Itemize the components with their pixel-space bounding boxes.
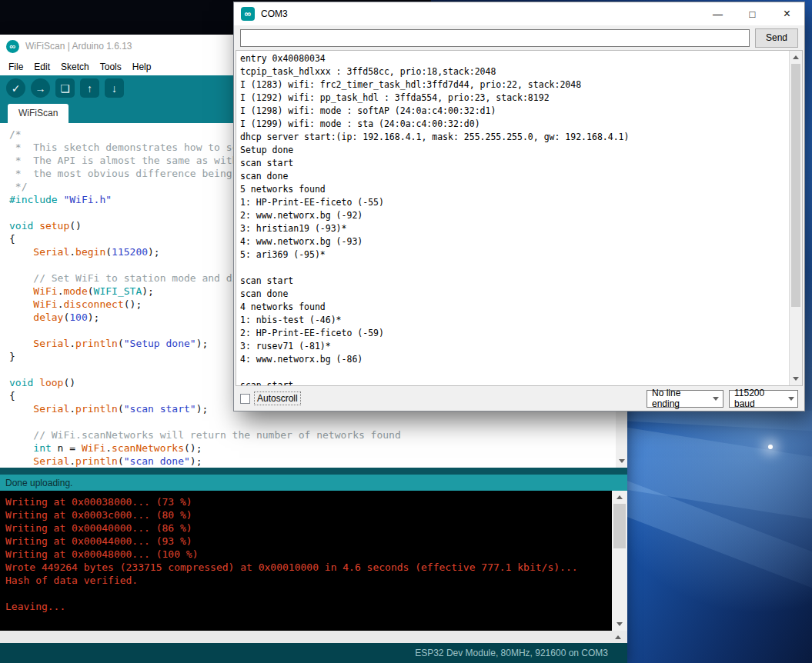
code-token: disconnect [63, 298, 123, 310]
verify-icon: ✓ [12, 82, 21, 95]
code-token [9, 429, 33, 441]
code-token: ); [190, 455, 202, 467]
code-token: } [9, 351, 15, 362]
serial-output-line: 2: HP-Print-EE-ficeto (-59) [240, 327, 787, 340]
code-token: ); [196, 403, 209, 415]
maximize-button[interactable]: □ [735, 2, 770, 25]
code-token: // WiFi.scanNetworks will return the num… [33, 429, 400, 441]
arduino-logo-icon: ∞ [6, 40, 19, 53]
code-token: { [9, 390, 15, 401]
code-token: ( [118, 403, 124, 415]
desktop: ∞ WiFiScan | Arduino 1.6.13 FileEditSket… [0, 0, 812, 663]
code-token [9, 338, 33, 349]
menu-edit[interactable]: Edit [28, 59, 55, 75]
console-scroll-down-icon[interactable] [612, 618, 627, 631]
serial-output-line: I (1283) wifi: frc2_timer_task_hdl:3ffd7… [240, 78, 787, 92]
code-token: println [75, 338, 118, 349]
code-token: ( [118, 338, 124, 349]
serial-output-line: 3: hristian19 (-93)* [240, 222, 787, 235]
serial-monitor-titlebar[interactable]: ∞ COM3 — □ × [234, 2, 804, 25]
serial-scroll-up-icon[interactable] [790, 51, 802, 64]
code-token: println [75, 403, 118, 415]
serial-output-line: 4: www.networx.bg (-86) [240, 353, 787, 366]
serial-output-line: scan start [240, 379, 787, 386]
serial-output-line: Setup done [240, 144, 787, 157]
baud-rate-select[interactable]: 115200 baud [729, 390, 798, 408]
serial-scrollbar[interactable] [789, 51, 802, 385]
code-token: 100 [69, 312, 87, 323]
code-token: n = [52, 442, 82, 454]
console-line [5, 587, 627, 600]
code-token: . [69, 455, 75, 467]
triangle-up-icon [793, 55, 799, 59]
code-token: ); [142, 285, 154, 297]
triangle-down-icon [619, 459, 625, 463]
menu-tools[interactable]: Tools [95, 59, 127, 75]
console-hscrollbar[interactable] [0, 631, 627, 643]
save-icon: ↓ [112, 82, 117, 95]
menu-file[interactable]: File [3, 59, 28, 75]
send-button[interactable]: Send [755, 28, 798, 48]
menu-sketch[interactable]: Sketch [55, 59, 95, 75]
serial-output-line: scan start [240, 275, 787, 288]
baud-rate-value: 115200 baud [734, 388, 784, 409]
open-button[interactable]: ↑ [80, 78, 99, 98]
menu-help[interactable]: Help [127, 59, 157, 75]
upload-button[interactable]: → [31, 78, 50, 98]
serial-monitor-title: COM3 [261, 8, 288, 19]
autoscroll-checkbox[interactable] [240, 394, 250, 404]
serial-scroll-down-icon[interactable] [790, 372, 802, 385]
serial-output-text: entry 0x40080034tcpip_task_hdlxxx : 3ffd… [236, 51, 802, 386]
save-button[interactable]: ↓ [105, 78, 124, 98]
code-token: // Set WiFi to station mode and disco [33, 272, 256, 284]
scroll-down-icon[interactable] [616, 455, 627, 468]
console-scrollbar[interactable] [612, 491, 627, 631]
console-hscroll-button[interactable] [612, 631, 624, 643]
serial-output-line: 1: nbis-test (-46)* [240, 314, 787, 327]
code-token: ( [105, 246, 112, 258]
serial-input[interactable] [240, 29, 750, 47]
serial-output-line: 3: rusev71 (-81)* [240, 340, 787, 353]
ide-status-bar: Done uploading. [0, 475, 627, 491]
serial-output-line: 4 networks found [240, 301, 787, 314]
code-token: . [69, 338, 75, 349]
code-line: // WiFi.scanNetworks will return the num… [9, 428, 627, 441]
code-token: (); [184, 442, 202, 454]
code-token: void [9, 220, 39, 232]
tab-wifiscan[interactable]: WiFiScan [8, 104, 69, 123]
code-token: . [69, 403, 75, 415]
board-info: ESP32 Dev Module, 80MHz, 921600 on COM3 [415, 648, 608, 658]
serial-output-line: I (1298) wifi: mode : softAP (24:0a:c4:0… [240, 105, 787, 118]
code-token: Serial [33, 455, 69, 467]
code-line: int n = WiFi.scanNetworks(); [9, 441, 627, 455]
code-token: * This sketch demonstrates how to scan [9, 142, 250, 153]
minimize-button[interactable]: — [700, 2, 735, 25]
close-button[interactable]: × [770, 2, 804, 25]
line-ending-value: No line ending [652, 388, 710, 409]
serial-output-line: 5: ari369 (-95)* [240, 248, 787, 262]
code-token: /* [9, 128, 22, 140]
console-scroll-thumb[interactable] [613, 504, 626, 548]
window-controls: — □ × [700, 2, 804, 25]
serial-output-line: entry 0x40080034 [240, 52, 787, 65]
code-token [9, 403, 33, 415]
code-token: () [69, 220, 82, 232]
code-token: ); [196, 338, 209, 349]
code-token: () [63, 377, 75, 388]
serial-input-row: Send [234, 25, 804, 50]
console-scroll-up-icon[interactable] [612, 491, 627, 504]
line-ending-select[interactable]: No line ending [647, 390, 723, 408]
lens-flare [768, 445, 773, 449]
code-line: Serial.println("scan done"); [9, 455, 627, 468]
console-line: Wrote 449264 bytes (233715 compressed) a… [5, 561, 627, 574]
new-sketch-icon: ❏ [60, 82, 70, 95]
ide-console: Writing at 0x00038000... (73 %)Writing a… [0, 491, 627, 631]
code-token: 115200 [112, 246, 148, 258]
autoscroll-label[interactable]: Autoscroll [254, 391, 301, 405]
code-token [9, 272, 33, 284]
serial-scroll-thumb[interactable] [791, 64, 800, 307]
new-sketch-button[interactable]: ❏ [55, 78, 75, 98]
code-token: println [75, 455, 118, 467]
verify-button[interactable]: ✓ [6, 78, 25, 98]
editor-console-divider[interactable] [0, 468, 627, 475]
